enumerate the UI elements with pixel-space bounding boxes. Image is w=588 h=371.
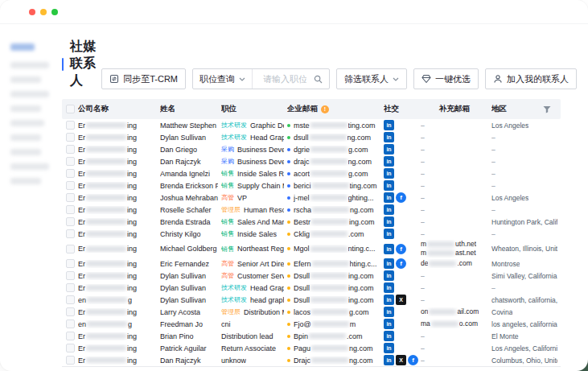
sidebar-item-placeholder[interactable] [10,105,41,112]
sidebar-item-placeholder[interactable] [10,149,41,155]
add-to-my-contacts-button[interactable]: 加入我的联系人 [485,68,577,89]
email-cell: acortg.com [287,170,384,178]
blurred-text [86,345,126,351]
text: ing.com [349,218,375,226]
linkedin-icon[interactable]: in [384,144,394,155]
row-checkbox[interactable] [66,283,75,292]
row-checkbox[interactable] [66,295,75,304]
company-cell: Ering [78,344,160,352]
linkedin-icon[interactable]: in [384,180,394,191]
row-checkbox[interactable] [66,145,75,154]
name-cell: Christy Kilgo [160,230,221,238]
sync-to-tcrm-button[interactable]: 同步至T-CRM [101,68,186,89]
minimize-window-button[interactable] [40,9,47,15]
position-query-select[interactable]: 职位查询 [193,69,253,89]
row-checkbox[interactable] [66,133,75,142]
linkedin-icon[interactable]: in [384,295,394,305]
row-checkbox[interactable] [66,319,75,328]
linkedin-icon[interactable]: in [384,132,394,142]
text: ng.com [349,344,373,352]
sidebar-item-placeholder[interactable] [10,76,41,83]
linkedin-icon[interactable]: in [384,120,394,130]
facebook-icon[interactable]: f [408,355,418,365]
position-text: cni [221,320,231,328]
row-checkbox[interactable] [66,332,75,340]
row-checkbox[interactable] [66,344,75,352]
select-all-checkbox[interactable] [66,105,75,113]
position-text: Northeast Regional Sale... [237,245,284,253]
column-header-region-label: 地区 [491,104,507,114]
x-icon[interactable]: X [396,295,406,305]
empty-value: – [421,182,425,190]
blurred-text [310,273,347,278]
text: ing [127,146,137,154]
row-checkbox[interactable] [66,193,75,202]
position-cell: 采购Business Development ... [221,145,287,154]
linkedin-icon[interactable]: in [384,168,394,179]
row-checkbox[interactable] [66,169,75,178]
position-search-input[interactable] [257,74,310,84]
row-checkbox[interactable] [66,271,75,280]
checkbox-cell [62,157,78,166]
row-checkbox[interactable] [66,307,75,316]
linkedin-icon[interactable]: in [384,331,394,341]
linkedin-icon[interactable]: in [384,204,394,215]
zoom-window-button[interactable] [51,9,58,15]
blurred-text [86,122,126,128]
linkedin-icon[interactable]: in [384,319,394,329]
linkedin-icon[interactable]: in [384,216,394,227]
text: Er [78,194,85,202]
one-click-optimize-button[interactable]: 一键优选 [413,68,479,89]
close-window-button[interactable] [29,9,35,15]
filter-contacts-dropdown[interactable]: 筛选联系人 [336,68,407,89]
position-cell: 高管VP [221,193,287,202]
row-checkbox[interactable] [66,181,75,190]
filter-contacts-label: 筛选联系人 [344,73,389,85]
checkbox-cell [62,169,78,178]
row-checkbox[interactable] [66,217,75,226]
sidebar-item-placeholder[interactable] [10,163,49,170]
text: Er [78,284,85,292]
name-cell: Amanda Ignelzi [160,170,221,178]
row-checkbox[interactable] [66,229,75,238]
linkedin-icon[interactable]: in [384,307,394,317]
supp-email-cell: onail.com [421,307,491,316]
sidebar-item-placeholder[interactable] [10,120,44,126]
sidebar-item-placeholder[interactable] [10,91,49,97]
row-checkbox[interactable] [66,205,75,214]
facebook-icon[interactable]: f [396,192,406,203]
table-row: EringMichael Goldberg销售Northeast Regiona… [62,240,561,258]
text: Er [78,308,85,316]
text: Dsull [294,272,310,280]
linkedin-icon[interactable]: in [384,229,394,239]
linkedin-icon[interactable]: in [384,355,394,365]
row-checkbox[interactable] [66,356,75,365]
linkedin-icon[interactable]: in [384,258,394,269]
company-cell: Ering [78,230,160,238]
empty-value: – [491,146,495,154]
text: Er [78,332,85,340]
row-checkbox[interactable] [66,157,75,166]
row-checkbox[interactable] [66,245,75,254]
filter-icon[interactable] [543,105,551,113]
empty-value: – [421,170,425,178]
row-checkbox[interactable] [66,121,75,130]
linkedin-icon[interactable]: in [384,244,394,254]
empty-value: – [421,206,425,214]
sidebar-item-placeholder[interactable] [10,134,41,141]
table-row: EringDylan Sullivan高管Customer Service Re… [62,270,561,282]
linkedin-icon[interactable]: in [384,343,394,353]
row-checkbox[interactable] [66,259,75,268]
linkedin-icon[interactable]: in [384,270,394,281]
checkbox-cell [62,193,78,202]
facebook-icon[interactable]: f [396,258,406,269]
linkedin-icon[interactable]: in [384,156,394,167]
facebook-icon[interactable]: f [396,244,406,254]
x-icon[interactable]: X [396,355,406,365]
supp-email-cell: – [421,182,491,190]
position-text: Inside Sales Representa... [237,170,284,178]
sidebar-item-placeholder[interactable] [10,178,41,184]
linkedin-icon[interactable]: in [384,192,394,203]
sidebar-item-placeholder[interactable] [10,62,49,68]
linkedin-icon[interactable]: in [384,282,394,293]
